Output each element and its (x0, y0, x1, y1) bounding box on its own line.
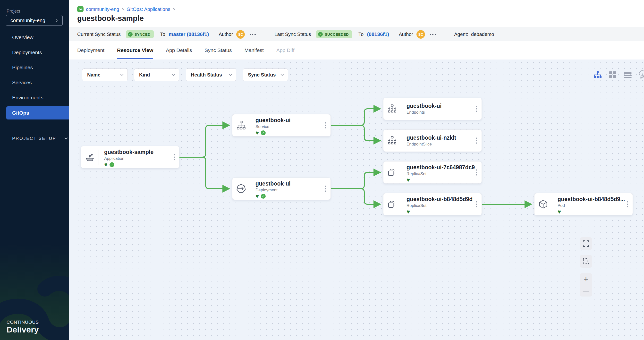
node-kind: EndpointSlice (406, 142, 482, 147)
healthy-heart-icon: ♥ (558, 209, 561, 214)
healthy-heart-icon: ♥ (256, 130, 259, 135)
tree-view-icon[interactable] (593, 70, 602, 80)
node-title: guestbook-ui-b848d5d9... (558, 196, 632, 202)
node-title: guestbook-ui-7c64987dc9 (406, 164, 482, 171)
page-title: guestbook-sample (77, 14, 144, 23)
to-label: To (358, 32, 364, 37)
author-label: Author (218, 32, 233, 37)
node-menu-button[interactable] (476, 170, 477, 176)
node-replicaset-guestbook-ui-b848d5d9d[interactable]: guestbook-ui-b848d5d9d ReplicaSet ♥ (383, 193, 482, 216)
tab-app-details[interactable]: App Details (166, 41, 192, 59)
chevron-down-icon (120, 74, 124, 76)
last-target-link[interactable]: (08136f1) (367, 31, 389, 37)
chevron-right-icon (55, 20, 58, 22)
project-selector[interactable]: community-eng (6, 15, 63, 26)
sidebar-divider (12, 125, 60, 125)
fullscreen-button[interactable] (580, 237, 592, 250)
sidebar-item-deployments[interactable]: Deployments (0, 46, 69, 59)
node-application-guestbook-sample[interactable]: guestbook-sample Application ♥ ✓ (81, 146, 180, 168)
current-sync-status-label: Current Sync Status (77, 32, 121, 37)
healthy-heart-icon: ♥ (406, 178, 410, 182)
commit-more-button[interactable] (430, 34, 436, 35)
deployment-icon (236, 183, 247, 194)
synced-badge: ✓ SYNCED (126, 30, 154, 38)
node-service-guestbook-ui[interactable]: guestbook-ui Service ♥ ✓ (232, 114, 331, 136)
sidebar-item-environments[interactable]: Environments (0, 91, 69, 104)
node-menu-button[interactable] (174, 154, 175, 160)
pod-icon (538, 199, 548, 209)
author-avatar: SC (416, 30, 425, 38)
sync-status-bar: Current Sync Status ✓ SYNCED To master (… (69, 27, 644, 41)
list-view-icon[interactable] (623, 70, 632, 80)
last-sync-status-label: Last Sync Status (274, 32, 311, 37)
tab-bar: Deployment Resource View App Details Syn… (69, 41, 644, 59)
node-title: guestbook-ui (406, 103, 482, 109)
resource-graph-canvas[interactable]: Name Kind Health Status Sync Status (69, 60, 644, 340)
tab-resource-view[interactable]: Resource View (117, 41, 153, 59)
commit-more-button[interactable] (250, 34, 256, 35)
chevron-down-icon (172, 74, 175, 76)
node-deployment-guestbook-ui[interactable]: guestbook-ui Deployment ♥ ✓ (232, 178, 331, 200)
healthy-heart-icon: ♥ (104, 162, 108, 167)
project-label: Project (6, 9, 20, 14)
sidebar-item-gitops[interactable]: GitOps (0, 106, 69, 120)
fullscreen-icon (583, 240, 589, 247)
node-menu-button[interactable] (627, 201, 628, 208)
node-title: guestbook-sample (104, 149, 179, 156)
node-menu-button[interactable] (476, 106, 477, 112)
chevron-down-icon (64, 138, 68, 140)
node-title: guestbook-ui-nzklt (406, 134, 482, 141)
gitops-logo-icon: ∞ (77, 6, 84, 12)
grid-view-icon[interactable] (608, 70, 617, 80)
tab-deployment[interactable]: Deployment (77, 41, 104, 59)
synced-check-icon: ✓ (261, 194, 266, 199)
filter-health-status[interactable]: Health Status (186, 68, 236, 81)
node-endpoints-guestbook-ui[interactable]: guestbook-ui Endpoints (383, 98, 482, 120)
node-menu-button[interactable] (325, 186, 326, 192)
view-mode-toolbar (593, 70, 642, 80)
agent-value: debademo (471, 32, 494, 37)
healthy-heart-icon: ♥ (406, 209, 410, 214)
node-kind: ReplicaSet (406, 203, 482, 208)
service-icon (236, 120, 246, 131)
breadcrumb-separator: > (122, 7, 124, 12)
cloud-network-view-icon[interactable] (638, 70, 644, 80)
replicaset-icon (387, 199, 397, 209)
project-setup-toggle[interactable]: PROJECT SETUP (12, 136, 68, 141)
breadcrumb-applications-link[interactable]: GitOps: Applications (126, 6, 170, 12)
sidebar-item-pipelines[interactable]: Pipelines (0, 61, 69, 74)
check-circle-icon: ✓ (318, 32, 323, 37)
filter-name[interactable]: Name (82, 68, 128, 81)
fit-selection-icon (583, 258, 589, 264)
divider (265, 30, 265, 38)
tab-sync-status[interactable]: Sync Status (204, 41, 232, 59)
healthy-heart-icon: ♥ (256, 194, 259, 199)
node-pod-guestbook-ui-b848d5d9[interactable]: guestbook-ui-b848d5d9... Pod ♥ (534, 193, 633, 216)
succeeded-badge: ✓ SUCCEEDED (316, 30, 352, 38)
node-menu-button[interactable] (476, 201, 477, 208)
node-endpointslice-guestbook-ui-nzklt[interactable]: guestbook-ui-nzklt EndpointSlice (383, 130, 482, 152)
zoom-in-button[interactable]: + (584, 274, 588, 284)
filter-kind[interactable]: Kind (134, 68, 179, 81)
brand-continuous: CONTINUOUS (6, 320, 39, 325)
tab-manifest[interactable]: Manifest (244, 41, 264, 59)
node-kind: Application (104, 156, 179, 161)
zoom-out-button[interactable]: — (583, 286, 589, 296)
chevron-down-icon (280, 74, 284, 76)
breadcrumb-separator: > (173, 7, 175, 12)
sidebar-item-services[interactable]: Services (0, 76, 69, 89)
endpoints-icon (387, 104, 397, 114)
author-avatar: SC (236, 30, 245, 38)
breadcrumb-project-link[interactable]: community-eng (86, 6, 119, 12)
node-menu-button[interactable] (476, 138, 477, 144)
node-title: guestbook-ui-b848d5d9d (406, 196, 482, 202)
node-menu-button[interactable] (325, 122, 326, 128)
chevron-down-icon (229, 74, 232, 76)
sidebar-item-overview[interactable]: Overview (0, 31, 69, 44)
filter-sync-status[interactable]: Sync Status (243, 68, 288, 81)
brand-delivery: Delivery (6, 325, 38, 334)
current-target-link[interactable]: master (08136f1) (169, 31, 209, 37)
node-replicaset-guestbook-ui-7c64987dc9[interactable]: guestbook-ui-7c64987dc9 ReplicaSet ♥ (383, 161, 482, 184)
breadcrumb: ∞ community-eng > GitOps: Applications > (77, 6, 175, 12)
fit-selection-button[interactable] (580, 255, 592, 268)
